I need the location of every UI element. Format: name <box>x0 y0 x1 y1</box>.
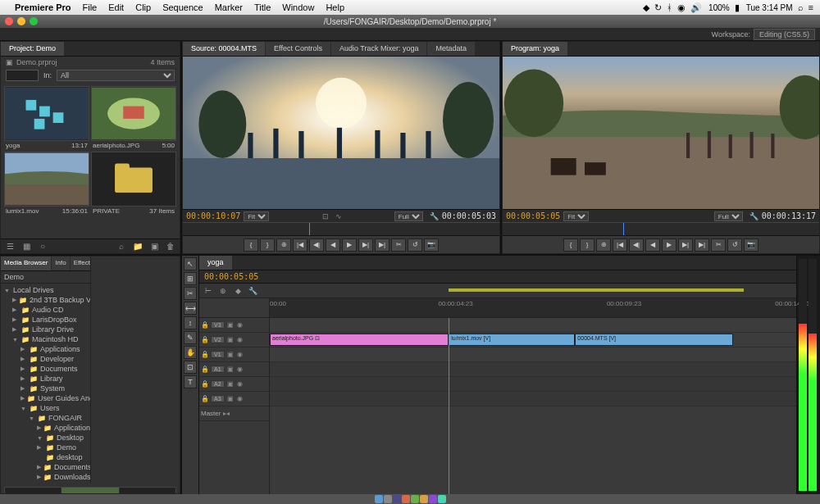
transport-button[interactable]: 📷 <box>744 238 758 252</box>
tree-item[interactable]: ▶📁Audio CD <box>2 305 89 315</box>
spotlight-icon[interactable]: ⌕ <box>798 2 804 12</box>
transport-button[interactable]: ▶| <box>695 238 709 252</box>
tree-item[interactable]: ▼📁Desktop <box>2 433 89 443</box>
timeline-tool[interactable]: ↖ <box>184 257 197 270</box>
notification-icon[interactable]: ≡ <box>809 2 813 12</box>
program-fit-select[interactable]: Fit <box>563 211 589 221</box>
program-tab[interactable]: Program: yoga <box>503 42 567 56</box>
timeline-clip[interactable]: lu/mix1.mov [V] <box>449 334 575 346</box>
time-ruler[interactable]: 00:0000:00:04:2300:00:09:2300:00:14:23 <box>270 298 796 317</box>
workspace-select[interactable]: Editing (CS5.5) <box>754 29 815 40</box>
dock-app[interactable] <box>402 495 410 503</box>
track-header[interactable]: 🔒V3▣◉ <box>199 318 269 333</box>
tree-item[interactable]: ▶📁Applications <box>2 344 89 354</box>
timeline-tool[interactable]: T <box>184 375 197 388</box>
playhead[interactable] <box>449 318 449 494</box>
track-header[interactable]: 🔒A1▣◉ <box>199 362 269 377</box>
tree-item[interactable]: ▶📁LarisDropBox <box>2 315 89 325</box>
source-fit-select[interactable]: Fit <box>244 211 269 221</box>
project-tab[interactable]: Project: Demo <box>1 42 64 56</box>
volume-icon[interactable]: 🔊 <box>690 2 702 13</box>
tree-root[interactable]: ▼Local Drives <box>2 285 89 295</box>
zoom-window-button[interactable] <box>30 17 38 25</box>
timeline-tool[interactable]: ⊞ <box>184 272 197 285</box>
list-view-icon[interactable]: ☰ <box>4 241 16 252</box>
bin-item[interactable]: aerialphoto.JPG5:00 <box>91 86 176 150</box>
menu-file[interactable]: File <box>82 2 97 12</box>
tree-item[interactable]: ▼📁FONGAIR <box>2 413 89 423</box>
source-scrubber[interactable] <box>183 222 499 235</box>
new-item-icon[interactable]: ▣ <box>148 241 160 252</box>
source-drag-audio-icon[interactable]: ∿ <box>335 212 342 220</box>
tree-item[interactable]: ▶📁2nd 3TB Backup VIDEO <box>2 295 89 305</box>
sync-icon[interactable]: ↻ <box>654 2 662 13</box>
tree-item[interactable]: ▼📁Users <box>2 403 89 413</box>
track-header[interactable]: 🔒A2▣◉ <box>199 377 269 392</box>
dock-app[interactable] <box>384 495 392 503</box>
tree-item[interactable]: 📁desktop <box>2 452 89 462</box>
tracks-area[interactable]: aerialphoto.JPG ⊡lu/mix1.mov [V]00004.MT… <box>270 318 796 494</box>
program-tc-in[interactable]: 00:00:05:05 <box>506 211 560 220</box>
dock-app[interactable] <box>438 495 446 503</box>
new-bin-icon[interactable]: 📁 <box>132 241 144 252</box>
timeline-tool[interactable]: ⊡ <box>184 361 197 374</box>
transport-button[interactable]: } <box>260 238 275 252</box>
bin-item[interactable]: PRIVATE37 Items <box>91 152 176 216</box>
tree-item[interactable]: ▶📁System <box>2 384 89 393</box>
dock-app[interactable] <box>420 495 428 503</box>
work-area-bar[interactable] <box>449 288 744 292</box>
tree-item[interactable]: ▶📁Applications <box>2 423 89 433</box>
source-tab[interactable]: Source: 00004.MTS <box>183 42 265 56</box>
transport-button[interactable]: ✂ <box>391 238 406 252</box>
track-header[interactable]: 🔒V2▣◉ <box>199 333 269 347</box>
track-header[interactable]: 🔒A3▣◉ <box>199 392 269 406</box>
close-window-button[interactable] <box>5 17 13 25</box>
track-lane[interactable] <box>270 392 796 406</box>
minimize-window-button[interactable] <box>17 17 25 25</box>
icon-view-icon[interactable]: ▦ <box>20 241 32 252</box>
tree-item[interactable]: ▶📁Library Drive <box>2 325 89 334</box>
source-viewport[interactable] <box>183 57 499 209</box>
transport-button[interactable]: ◀| <box>629 238 644 252</box>
mb-root-select[interactable]: Demo <box>1 271 90 284</box>
menu-marker[interactable]: Marker <box>215 2 243 12</box>
marker-icon[interactable]: ◆ <box>232 285 244 297</box>
bin-item[interactable]: yoga13:17 <box>4 86 89 150</box>
wrench-icon[interactable]: 🔧 <box>430 212 439 220</box>
tree-item[interactable]: ▶📁User Guides And In <box>2 393 89 403</box>
transport-button[interactable]: ⊕ <box>276 238 291 252</box>
tree-item[interactable]: ▶📁Downloads <box>2 472 89 482</box>
source-zoom-select[interactable]: Full <box>394 211 423 221</box>
snap-icon[interactable]: ⊢ <box>203 285 214 297</box>
timeline-tool[interactable]: ✋ <box>184 346 197 359</box>
dock-app[interactable] <box>429 495 437 503</box>
transport-button[interactable]: { <box>244 238 258 252</box>
dock-app[interactable] <box>411 495 419 503</box>
transport-button[interactable]: |◀ <box>613 238 627 252</box>
timeline-tool[interactable]: ✂ <box>184 287 197 300</box>
menu-window[interactable]: Window <box>282 2 314 12</box>
source-drag-video-icon[interactable]: ⊡ <box>322 212 329 220</box>
transport-button[interactable]: ▶ <box>342 238 357 252</box>
transport-button[interactable]: ◀ <box>326 238 340 252</box>
source-tc-in[interactable]: 00:00:10:07 <box>186 211 240 220</box>
tree-item[interactable]: ▼📁Macintosh HD <box>2 334 89 344</box>
transport-button[interactable]: ▶| <box>358 238 373 252</box>
effect-controls-tab[interactable]: Effect Controls <box>266 42 330 56</box>
mac-dock[interactable] <box>0 494 820 504</box>
transport-button[interactable]: ▶ <box>662 238 676 252</box>
program-scrubber[interactable] <box>503 222 819 235</box>
timeline-clip[interactable]: aerialphoto.JPG ⊡ <box>270 334 449 346</box>
program-zoom-select[interactable]: Full <box>714 211 743 221</box>
tree-item[interactable]: ▶📁Demo <box>2 443 89 452</box>
timeline-tool[interactable]: ⟷ <box>184 302 197 315</box>
menu-title[interactable]: Title <box>254 2 271 12</box>
transport-button[interactable]: ▶| <box>678 238 693 252</box>
dock-app[interactable] <box>375 495 383 503</box>
track-header[interactable]: 🔒V1▣◉ <box>199 347 269 362</box>
menu-clip[interactable]: Clip <box>135 2 151 12</box>
media-browser-tab[interactable]: Media Browser <box>1 257 51 270</box>
timeline-clip[interactable]: 00004.MTS [V] <box>575 334 733 346</box>
sequence-tab[interactable]: yoga <box>199 256 232 270</box>
menu-edit[interactable]: Edit <box>108 2 124 12</box>
